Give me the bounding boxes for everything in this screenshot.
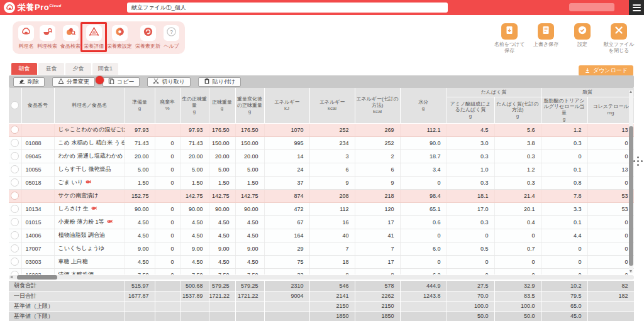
net-weight-cell: 9.00 (209, 242, 235, 255)
scroll-up-arrow-icon[interactable] (630, 90, 632, 93)
edit-button-paste[interactable]: 貼り付け (198, 77, 241, 87)
energy-kj-cell: 472 (264, 202, 309, 215)
vertical-scrollbar-thumb[interactable] (629, 126, 633, 266)
ribbon-tool-food-search[interactable]: 食品検索 (60, 25, 80, 50)
select-all-header (9, 88, 21, 123)
raw-net-weight-cell: 97.93 (180, 123, 209, 136)
hamburger-menu-button[interactable] (629, 0, 644, 15)
file-action-save-as[interactable]: 名前をつけて保存 (493, 23, 526, 54)
food-row[interactable]: サケの南蛮漬け 152.75 142.75 142.75 142.75 874 … (9, 189, 634, 202)
row-checkbox[interactable] (11, 258, 19, 266)
edit-button-cut[interactable]: 切り取り (147, 77, 190, 87)
col-header-waste-rate: 廃棄率% (155, 88, 180, 123)
food-name-cell: 小麦粉 薄力粉 1等 (54, 215, 125, 229)
fat-triacylglycerol-cell: 0 (541, 268, 587, 275)
cholesterol-cell: 0 (587, 255, 634, 268)
horizontal-scrollbar-thumb[interactable] (17, 275, 57, 280)
food-row[interactable]: 16003 清酒 本醸造酒 7.50 0 7.50 7.50 7.50 33 8… (9, 268, 634, 275)
col-header-protein-amino: アミノ酸組成によるたんぱく質g (447, 97, 494, 123)
prepared-amount-cell: 71.43 (125, 136, 155, 150)
energy-kj-cell: 75 (264, 255, 309, 268)
food-row[interactable]: 01015 小麦粉 薄力粉 1等 4.50 0 4.50 4.50 4.50 6… (9, 215, 634, 229)
col-header-energy-7th: エネルギー(七訂の方法)kcal (355, 88, 400, 123)
menu-file-name-input[interactable] (127, 3, 448, 13)
energy-kcal-cell: 234 (309, 136, 355, 150)
water-cell: 0.6 (400, 215, 447, 229)
row-checkbox[interactable] (11, 152, 19, 160)
energy-kj-cell: 67 (264, 215, 309, 229)
edit-button-delete[interactable]: 削除 (13, 77, 45, 87)
col-header-energy-kj: エネルギーkJ (264, 88, 309, 123)
energy-kcal-cell: 9 (309, 176, 355, 189)
scroll-down-arrow-icon[interactable] (630, 270, 632, 273)
summary-section: 朝食合計 515.97 500.68 579.25 579.25 2310 54… (9, 281, 634, 321)
food-number-cell: 01015 (21, 215, 54, 229)
ribbon-tool-help[interactable]: ? ヘルプ (164, 25, 179, 50)
scroll-left-arrow-icon[interactable] (10, 276, 13, 278)
fat-triacylglycerol-cell: 7.8 (541, 189, 587, 202)
vertical-scrollbar[interactable] (629, 90, 633, 273)
food-row[interactable]: 14006 植物油脂類 調合油 4.50 0 4.50 4.50 4.50 16… (9, 229, 634, 242)
tab-dinner[interactable]: 夕食 (65, 63, 91, 75)
waste-rate-cell: 0 (155, 136, 180, 150)
food-row[interactable]: 05018 ごま いり 1.50 0 1.50 1.50 1.50 37 9 9… (9, 176, 634, 189)
waste-rate-cell (155, 123, 180, 136)
food-row[interactable]: 17007 こいくちしょうゆ 9.00 0 9.00 9.00 9.00 29 … (9, 242, 634, 255)
water-cell: 6.0 (400, 242, 447, 255)
row-checkbox[interactable] (11, 139, 19, 147)
food-row[interactable]: 03003 車糖 上白糖 4.50 0 4.50 4.50 4.50 75 18… (9, 255, 634, 268)
water-cell: 0 (400, 229, 447, 242)
ribbon-tool-nutrient-update[interactable]: 栄養素更新 (135, 25, 160, 50)
allergen-icon (91, 205, 97, 212)
summary-label: 一日合計 (9, 291, 125, 301)
file-action-icon (504, 24, 515, 38)
ribbon-tool-nutrient-settings[interactable]: 栄養素設定 (107, 25, 132, 50)
file-action-label: 献立ファイルを閉じる (602, 41, 635, 54)
row-checkbox[interactable] (11, 231, 19, 239)
row-checkbox[interactable] (11, 165, 19, 173)
tab-breakfast[interactable]: 朝食 (11, 63, 37, 75)
protein-amino-cell: 0.3 (447, 176, 494, 189)
energy-7th-cell: 17 (355, 215, 400, 229)
food-number-cell: 10055 (21, 163, 54, 176)
row-checkbox[interactable] (11, 244, 19, 253)
row-checkbox[interactable] (11, 126, 19, 134)
row-checkbox[interactable] (11, 205, 19, 213)
file-action-save[interactable]: 上書き保存 (530, 23, 562, 48)
food-row[interactable]: 09045 わかめ 湯通し塩蔵わかめ 塩抜き 生 20.00 0 20.00 2… (9, 150, 634, 163)
tab-snack1[interactable]: 間食1 (92, 63, 118, 75)
net-weight-cell: 90.00 (209, 202, 235, 215)
protein-amino-cell: 0 (447, 255, 494, 268)
protein-7th-cell: 0.3 (494, 150, 541, 163)
ribbon-tool-dish-name[interactable]: 料理名 (18, 25, 34, 50)
select-all-checkbox[interactable] (11, 101, 19, 109)
download-button[interactable]: ダウンロード (579, 65, 633, 76)
user-info-redacted (569, 3, 614, 11)
raw-net-weight-cell: 7.50 (180, 268, 209, 275)
net-weight-cell: 4.50 (209, 215, 235, 229)
edit-button-copy[interactable]: コピー (103, 77, 140, 87)
food-name-cell: しろさけ 生 (54, 202, 125, 215)
tab-lunch[interactable]: 昼食 (38, 63, 64, 75)
edit-button-change-amount[interactable]: 分量変更 (52, 77, 95, 87)
file-action-icon (577, 24, 588, 38)
tool-icon (114, 26, 125, 40)
file-action-close-file[interactable]: 献立ファイルを閉じる (602, 23, 635, 54)
tool-icon: ? (166, 26, 177, 40)
food-row[interactable]: 10134 しろさけ 生 90.00 0 90.00 90.00 90.00 4… (9, 202, 634, 215)
file-action-settings[interactable]: 設定 (566, 23, 599, 48)
row-checkbox[interactable] (11, 271, 19, 275)
food-row[interactable]: じゃことわかめの混ぜごはん 97.93 97.93 176.50 176.50 … (9, 123, 634, 136)
ribbon-tool-dish-search[interactable]: 料理検索 (37, 25, 57, 50)
horizontal-scrollbar[interactable] (9, 275, 634, 280)
row-checkbox[interactable] (11, 178, 19, 187)
row-checkbox[interactable] (11, 192, 19, 200)
row-checkbox[interactable] (11, 218, 19, 226)
food-row[interactable]: 10055 しらす干し 微乾燥品 5.00 0 5.00 5.00 5.00 2… (9, 163, 634, 176)
prepared-amount-cell: 4.50 (125, 229, 155, 242)
net-weight-cell: 176.50 (209, 123, 235, 136)
file-action-label: 設定 (577, 41, 587, 48)
ribbon-tool-nutrition-evaluation[interactable]: 栄養評価 (84, 25, 104, 50)
drag-handle-icon[interactable] (633, 156, 643, 166)
food-row[interactable]: 01088 こめ 水稲めし 精白米 うるち米 71.43 0 71.43 150… (9, 136, 634, 150)
